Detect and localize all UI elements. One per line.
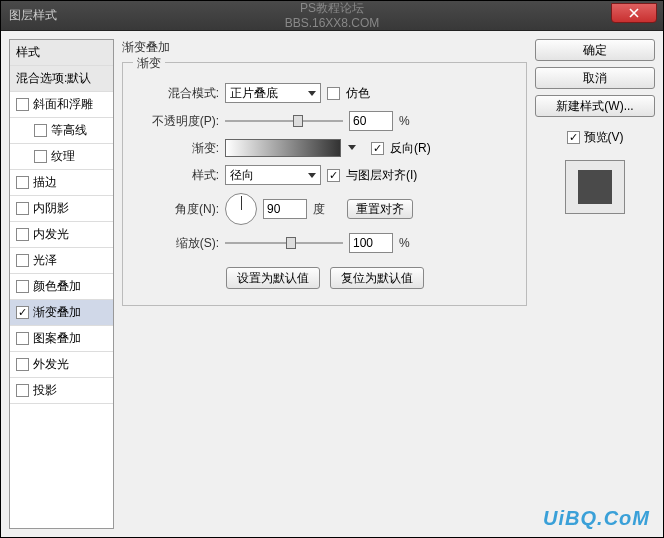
sidebar-item[interactable]: 描边 [10,170,113,196]
reverse-checkbox[interactable] [371,142,384,155]
preview-swatch-inner [578,170,612,204]
sidebar-item-label: 渐变叠加 [33,304,81,321]
sidebar-item-label: 外发光 [33,356,69,373]
preview-checkbox[interactable] [567,131,580,144]
titlebar: 图层样式 PS教程论坛 BBS.16XX8.COM [1,1,663,31]
scale-input[interactable]: 100 [349,233,393,253]
ok-button[interactable]: 确定 [535,39,655,61]
sidebar-checkbox[interactable] [34,150,47,163]
sidebar-checkbox[interactable] [16,228,29,241]
sidebar-item[interactable]: 内阴影 [10,196,113,222]
preview-swatch [565,160,625,214]
dialog-frame: 图层样式 PS教程论坛 BBS.16XX8.COM 样式 混合选项:默认 斜面和… [0,0,664,538]
cancel-button[interactable]: 取消 [535,67,655,89]
sidebar-checkbox[interactable] [16,332,29,345]
angle-dial[interactable] [225,193,257,225]
angle-input[interactable]: 90 [263,199,307,219]
blend-mode-label: 混合模式: [137,85,219,102]
align-label: 与图层对齐(I) [346,167,417,184]
style-select[interactable]: 径向 [225,165,321,185]
style-label: 样式: [137,167,219,184]
styles-sidebar: 样式 混合选项:默认 斜面和浮雕等高线纹理描边内阴影内发光光泽颜色叠加渐变叠加图… [9,39,114,529]
watermark: UiBQ.CoM [543,507,650,530]
sidebar-item-label: 投影 [33,382,57,399]
set-default-button[interactable]: 设置为默认值 [226,267,320,289]
sidebar-checkbox[interactable] [16,280,29,293]
sidebar-item-label: 内阴影 [33,200,69,217]
sidebar-item[interactable]: 等高线 [10,118,113,144]
reset-default-button[interactable]: 复位为默认值 [330,267,424,289]
reverse-label: 反向(R) [390,140,431,157]
sidebar-item-label: 等高线 [51,122,87,139]
opacity-input[interactable]: 60 [349,111,393,131]
gradient-label: 渐变: [137,140,219,157]
fieldset-legend: 渐变 [133,55,165,72]
sidebar-item[interactable]: 光泽 [10,248,113,274]
dither-checkbox[interactable] [327,87,340,100]
sidebar-checkbox[interactable] [16,98,29,111]
sidebar-item-label: 内发光 [33,226,69,243]
new-style-button[interactable]: 新建样式(W)... [535,95,655,117]
panel-title: 渐变叠加 [122,39,527,56]
close-icon [629,8,639,18]
angle-unit: 度 [313,201,325,218]
scale-unit: % [399,236,410,250]
reset-align-button[interactable]: 重置对齐 [347,199,413,219]
sidebar-item[interactable]: 渐变叠加 [10,300,113,326]
angle-label: 角度(N): [137,201,219,218]
close-button[interactable] [611,3,657,23]
sidebar-item[interactable]: 颜色叠加 [10,274,113,300]
main-panel: 渐变叠加 渐变 混合模式: 正片叠底 仿色 不透明度(P): 60 % 渐变: [122,39,527,529]
opacity-unit: % [399,114,410,128]
align-checkbox[interactable] [327,169,340,182]
sidebar-item-label: 斜面和浮雕 [33,96,93,113]
sidebar-item-label: 描边 [33,174,57,191]
opacity-slider[interactable] [225,113,343,129]
right-column: 确定 取消 新建样式(W)... 预览(V) [535,39,655,529]
sidebar-checkbox[interactable] [16,306,29,319]
sidebar-item[interactable]: 图案叠加 [10,326,113,352]
scale-label: 缩放(S): [137,235,219,252]
content-area: 样式 混合选项:默认 斜面和浮雕等高线纹理描边内阴影内发光光泽颜色叠加渐变叠加图… [1,31,663,537]
sidebar-header-blend[interactable]: 混合选项:默认 [10,66,113,92]
sidebar-checkbox[interactable] [16,176,29,189]
sidebar-checkbox[interactable] [16,358,29,371]
blend-mode-select[interactable]: 正片叠底 [225,83,321,103]
sidebar-item-label: 纹理 [51,148,75,165]
scale-slider[interactable] [225,235,343,251]
preview-label: 预览(V) [584,129,624,146]
dither-label: 仿色 [346,85,370,102]
sidebar-checkbox[interactable] [16,254,29,267]
sidebar-item-label: 光泽 [33,252,57,269]
sidebar-item[interactable]: 纹理 [10,144,113,170]
sidebar-item[interactable]: 内发光 [10,222,113,248]
sidebar-checkbox[interactable] [16,384,29,397]
window-title: 图层样式 [1,7,57,24]
sidebar-item-label: 图案叠加 [33,330,81,347]
gradient-picker[interactable] [225,139,341,157]
sidebar-checkbox[interactable] [34,124,47,137]
opacity-label: 不透明度(P): [137,113,219,130]
sidebar-item[interactable]: 外发光 [10,352,113,378]
sidebar-header-styles[interactable]: 样式 [10,40,113,66]
sidebar-item[interactable]: 斜面和浮雕 [10,92,113,118]
sidebar-item[interactable]: 投影 [10,378,113,404]
sidebar-item-label: 颜色叠加 [33,278,81,295]
gradient-fieldset: 渐变 混合模式: 正片叠底 仿色 不透明度(P): 60 % 渐变: [122,62,527,306]
titlebar-watermark: PS教程论坛 BBS.16XX8.COM [285,1,380,30]
sidebar-checkbox[interactable] [16,202,29,215]
